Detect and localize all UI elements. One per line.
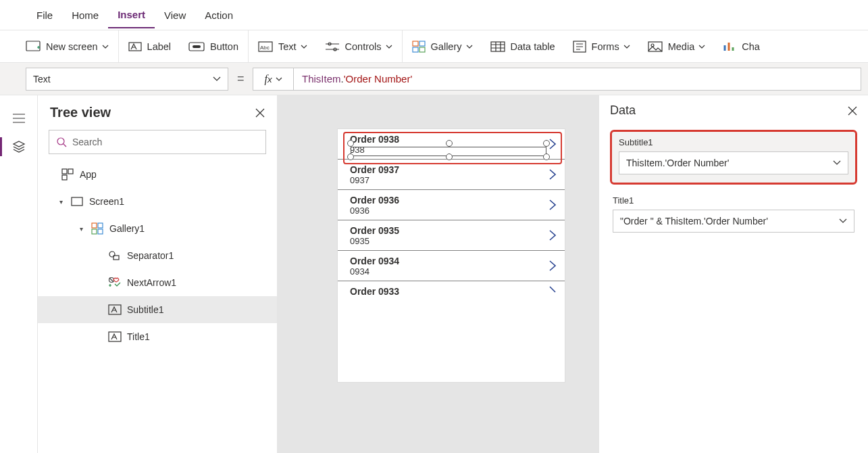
canvas[interactable]: Order 0938938Order 09370937Order 0936093… bbox=[278, 95, 598, 453]
tree-search-input[interactable]: Search bbox=[49, 130, 266, 154]
tree-item-screen1[interactable]: ▾ Screen1 bbox=[38, 188, 277, 215]
svg-rect-8 bbox=[413, 41, 418, 46]
svg-rect-21 bbox=[92, 223, 97, 228]
fx-label: fx bbox=[264, 73, 272, 85]
menu-file[interactable]: File bbox=[27, 3, 62, 28]
chevron-down-icon bbox=[276, 77, 282, 81]
resize-handle[interactable] bbox=[347, 140, 354, 147]
gallery-item-title: Order 0937 bbox=[350, 164, 557, 175]
close-icon[interactable] bbox=[848, 106, 857, 116]
chevron-right-icon[interactable] bbox=[548, 199, 557, 211]
separator-icon bbox=[108, 249, 122, 262]
tree-item-app[interactable]: App bbox=[38, 161, 277, 188]
chevron-down-icon bbox=[213, 76, 221, 82]
tree-item-nextarrow1[interactable]: NextArrow1 bbox=[38, 269, 277, 296]
gallery-item[interactable]: Order 09360936 bbox=[338, 190, 565, 220]
text-icon: Abc bbox=[258, 41, 273, 52]
formula-token: 'Order Number' bbox=[344, 73, 413, 85]
property-selector[interactable]: Text bbox=[26, 68, 228, 91]
svg-rect-9 bbox=[419, 41, 425, 46]
fx-dropdown[interactable]: fx bbox=[253, 68, 293, 91]
data-card-field[interactable]: ThisItem.'Order Number' bbox=[619, 151, 848, 174]
screen-icon bbox=[26, 41, 41, 53]
ribbon-new-screen[interactable]: New screen bbox=[20, 30, 114, 62]
chart-icon bbox=[723, 41, 736, 52]
tree-item-separator1[interactable]: Separator1 bbox=[38, 242, 277, 269]
tree-item-title1[interactable]: Title1 bbox=[38, 323, 277, 350]
tree-item-subtitle1[interactable]: Subtitle1 bbox=[38, 296, 277, 323]
app-icon bbox=[61, 168, 74, 181]
ribbon-label: Data table bbox=[511, 41, 555, 52]
tree-item-label: NextArrow1 bbox=[127, 277, 176, 288]
menu-view[interactable]: View bbox=[155, 3, 195, 28]
data-card-value: ThisItem.'Order Number' bbox=[626, 158, 729, 168]
forms-icon bbox=[573, 41, 586, 53]
svg-point-16 bbox=[57, 138, 64, 145]
data-pane: Data Subtitle1 ThisItem.'Order Number' T… bbox=[598, 95, 868, 453]
formula-input[interactable]: ThisItem . 'Order Number' bbox=[293, 68, 861, 91]
chevron-down-icon bbox=[623, 45, 630, 49]
chevron-right-icon[interactable] bbox=[548, 260, 557, 272]
resize-handle[interactable] bbox=[347, 153, 354, 160]
rail-treeview[interactable] bbox=[7, 135, 31, 159]
ribbon-label: New screen bbox=[46, 41, 98, 52]
resize-handle[interactable] bbox=[543, 140, 550, 147]
media-icon bbox=[648, 41, 663, 52]
label-icon bbox=[108, 303, 122, 316]
rail-hamburger[interactable] bbox=[7, 106, 31, 130]
property-selector-value: Text bbox=[33, 74, 51, 85]
tree-item-gallery1[interactable]: ▾ Gallery1 bbox=[38, 215, 277, 242]
data-card-label: Subtitle1 bbox=[619, 137, 848, 147]
ribbon-label: Text bbox=[278, 41, 297, 52]
hamburger-icon bbox=[13, 114, 25, 123]
data-card-value: "Order " & ThisItem.'Order Number' bbox=[620, 216, 768, 226]
ribbon-label: Button bbox=[210, 41, 238, 52]
chevron-down-icon bbox=[102, 45, 109, 49]
close-icon[interactable] bbox=[255, 108, 265, 118]
menu-home[interactable]: Home bbox=[62, 3, 108, 28]
gallery-item[interactable]: Order 0933 bbox=[338, 281, 565, 301]
tree: App ▾ Screen1 ▾ Gallery1 Separator1 Next… bbox=[38, 161, 277, 453]
ribbon-datatable[interactable]: Data table bbox=[485, 30, 561, 62]
ribbon-label-control[interactable]: Label bbox=[123, 30, 176, 62]
caret-down-icon: ▾ bbox=[57, 198, 65, 206]
tree-view-title: Tree view bbox=[50, 105, 111, 120]
chevron-down-icon bbox=[833, 160, 841, 166]
gallery-item-subtitle: 0936 bbox=[350, 206, 557, 216]
menu-insert[interactable]: Insert bbox=[108, 2, 155, 28]
svg-rect-17 bbox=[62, 169, 67, 174]
gallery-item[interactable]: Order 09340934 bbox=[338, 251, 565, 281]
ribbon-chart-menu[interactable]: Cha bbox=[717, 30, 765, 62]
chevron-down-icon bbox=[839, 218, 847, 224]
svg-rect-0 bbox=[26, 41, 40, 51]
menu-bar: File Home Insert View Action bbox=[0, 0, 868, 30]
layers-icon bbox=[12, 140, 26, 153]
ribbon-forms-menu[interactable]: Forms bbox=[567, 30, 636, 62]
ribbon-gallery-menu[interactable]: Gallery bbox=[407, 30, 478, 62]
tree-item-label: App bbox=[80, 169, 97, 180]
chevron-down-icon bbox=[301, 45, 307, 49]
data-card-title1: Title1 "Order " & ThisItem.'Order Number… bbox=[610, 195, 857, 233]
subtitle-selection[interactable] bbox=[351, 147, 546, 156]
gallery-item-title: Order 0934 bbox=[350, 256, 557, 266]
ribbon-media-menu[interactable]: Media bbox=[642, 30, 711, 62]
resize-handle[interactable] bbox=[543, 153, 550, 160]
tree-item-label: Gallery1 bbox=[109, 223, 145, 234]
ribbon-label: Cha bbox=[742, 41, 760, 52]
data-card-field[interactable]: "Order " & ThisItem.'Order Number' bbox=[613, 210, 854, 233]
resize-handle[interactable] bbox=[446, 140, 453, 147]
formula-token: ThisItem bbox=[302, 73, 341, 85]
tree-item-label: Screen1 bbox=[89, 196, 124, 207]
gallery-item-title: Order 0936 bbox=[350, 195, 557, 206]
chevron-right-icon[interactable] bbox=[548, 229, 557, 241]
menu-action[interactable]: Action bbox=[195, 3, 242, 28]
ribbon-text-menu[interactable]: Abc Text bbox=[253, 30, 313, 62]
resize-handle[interactable] bbox=[446, 153, 453, 160]
icons-icon bbox=[108, 276, 122, 289]
gallery-item-subtitle: 0937 bbox=[350, 175, 557, 185]
chevron-right-icon[interactable] bbox=[548, 168, 557, 181]
ribbon-button-control[interactable]: Button bbox=[183, 30, 244, 62]
gallery-item[interactable]: Order 09350935 bbox=[338, 220, 565, 251]
chevron-right-icon[interactable] bbox=[548, 285, 557, 297]
ribbon-controls-menu[interactable]: Controls bbox=[320, 30, 398, 62]
